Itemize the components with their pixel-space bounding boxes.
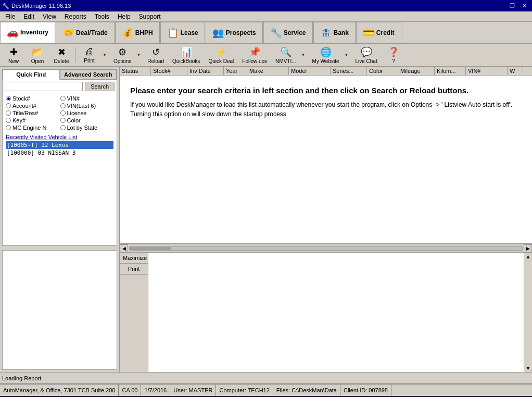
radio-account[interactable]: Account# <box>6 103 59 109</box>
my-website-button[interactable]: 🌐My Website <box>308 45 342 65</box>
nav-tab-bank[interactable]: 🏦Bank <box>313 22 356 43</box>
reload-label: Reload <box>147 58 164 64</box>
radio-label-key: Key# <box>12 117 26 123</box>
radio-label-title-ros: Title/Ros# <box>12 110 38 116</box>
radio-color[interactable]: Color <box>60 117 114 123</box>
radio-key[interactable]: Key# <box>6 117 59 123</box>
horizontal-scrollbar[interactable]: ◀ ▶ <box>120 244 532 252</box>
col-header-make[interactable]: Make <box>247 67 289 75</box>
right-panel: StatusStock#Inv DateYearMakeModelSeries.… <box>120 67 532 372</box>
print-button[interactable]: 🖨Print <box>78 45 100 65</box>
radio-title-ros[interactable]: Title/Ros# <box>6 110 59 116</box>
reload-icon: ↺ <box>152 46 160 58</box>
scroll-left-arrow[interactable]: ◀ <box>120 244 128 253</box>
col-header-model[interactable]: Model <box>289 67 331 75</box>
tab-label-credit: Credit <box>376 29 395 36</box>
open-button[interactable]: 📂Open <box>26 45 49 65</box>
open-label: Open <box>31 58 44 64</box>
menu-item-view[interactable]: View <box>39 12 60 21</box>
quick-deal-label: Quick Deal <box>208 58 234 64</box>
menu-bar: FileEditViewReportsToolsHelpSupport <box>0 11 532 22</box>
rv-item-10005-T[interactable]: [10005-T] 12 Lexus <box>6 141 113 149</box>
col-header-w[interactable]: W <box>508 67 523 75</box>
nmvtis-dropdown-arrow[interactable]: ▼ <box>299 45 308 65</box>
options-dropdown-arrow[interactable]: ▼ <box>134 45 143 65</box>
radio-dot-account <box>6 103 11 108</box>
nmvtis-button[interactable]: 🔍NMVTI... <box>272 45 299 65</box>
col-header-vin[interactable]: VIN# <box>466 67 508 75</box>
live-chat-button[interactable]: 💬Live Chat <box>351 45 381 65</box>
advanced-search-tab[interactable]: Advanced Search <box>60 69 117 80</box>
radio-vin-last6[interactable]: VIN(Last 6) <box>60 103 114 109</box>
follow-ups-button[interactable]: 📌Follow ups <box>238 45 271 65</box>
menu-item-tools[interactable]: Tools <box>91 12 113 21</box>
radio-stock[interactable]: Stock# <box>6 95 59 102</box>
search-input[interactable] <box>5 82 83 91</box>
nav-tabs: 🚗Inventory🤝Deal/Trade💰BHPH📋Lease👥Prospec… <box>0 22 532 44</box>
report-scroll-up[interactable]: ▲ <box>525 253 532 260</box>
tab-label-service: Service <box>284 29 306 36</box>
menu-item-file[interactable]: File <box>1 12 19 21</box>
tab-icon-inventory: 🚗 <box>7 27 18 38</box>
toolbar-divider-1 <box>75 47 75 63</box>
new-button[interactable]: ✚New <box>2 45 25 65</box>
maximize-button[interactable]: Maximize <box>120 253 148 264</box>
tab-icon-bank: 🏦 <box>320 27 332 39</box>
col-header-inv-date[interactable]: Inv Date <box>187 67 224 75</box>
nav-tab-deal-trade[interactable]: 🤝Deal/Trade <box>56 22 115 43</box>
help-button[interactable]: ❓? <box>382 45 405 65</box>
minimize-button[interactable]: ─ <box>495 3 505 9</box>
col-header-year[interactable]: Year <box>224 67 247 75</box>
recently-visited-label[interactable]: Recently Visited Vehicle List <box>6 134 113 140</box>
tab-icon-credit: 💳 <box>363 27 374 39</box>
col-header-color[interactable]: Color <box>367 67 398 75</box>
report-scroll-down[interactable]: ▼ <box>525 364 532 372</box>
menu-item-help[interactable]: Help <box>113 12 135 21</box>
col-header-mileage[interactable]: Mileage <box>398 67 435 75</box>
my-website-dropdown-arrow[interactable]: ▼ <box>343 45 351 65</box>
radio-vin[interactable]: VIN# <box>60 95 114 102</box>
scroll-track[interactable] <box>129 246 523 251</box>
radio-mc-engine[interactable]: MC Engine N <box>6 125 59 131</box>
tab-icon-service: 🔧 <box>270 27 282 39</box>
restore-button[interactable]: ❐ <box>506 3 518 9</box>
search-button[interactable]: Search <box>85 82 115 91</box>
follow-ups-label: Follow ups <box>242 58 267 64</box>
radio-lot-by-state[interactable]: Lot by State <box>60 125 114 131</box>
radio-license[interactable]: License <box>60 110 114 116</box>
nav-tab-inventory[interactable]: 🚗Inventory <box>0 22 55 43</box>
toolbar-group-nmvtis: 🔍NMVTI...▼ <box>272 45 307 65</box>
options-button[interactable]: ⚙Options <box>110 45 134 65</box>
report-scroll-right[interactable]: ▲ ▼ <box>524 253 532 372</box>
nav-tab-prospects[interactable]: 👥Prospects <box>206 22 263 43</box>
nav-tab-bhph[interactable]: 💰BHPH <box>115 22 160 43</box>
menu-item-edit[interactable]: Edit <box>19 12 39 21</box>
menu-item-reports[interactable]: Reports <box>60 12 91 21</box>
radio-label-vin: VIN# <box>67 95 80 102</box>
menu-item-support[interactable]: Support <box>135 12 165 21</box>
scroll-thumb[interactable] <box>130 247 171 250</box>
col-header-status[interactable]: Status <box>120 67 151 75</box>
delete-button[interactable]: ✖Delete <box>50 45 73 65</box>
quick-find-tab[interactable]: Quick Find <box>3 69 60 80</box>
nav-tab-service[interactable]: 🔧Service <box>263 22 313 43</box>
quick-deal-button[interactable]: ⚡Quick Deal <box>205 45 237 65</box>
scroll-right-arrow[interactable]: ▶ <box>524 244 532 253</box>
lower-left-panel <box>2 250 117 370</box>
col-header-series[interactable]: Series... <box>331 67 367 75</box>
col-header-stock[interactable]: Stock# <box>151 67 187 75</box>
reload-button[interactable]: ↺Reload <box>144 45 168 65</box>
rv-item-100000[interactable]: [100000] 03 NISSAN 3 <box>6 149 113 157</box>
quickbooks-button[interactable]: 📊QuickBooks <box>169 45 204 65</box>
print-report-button[interactable]: Print <box>120 264 148 275</box>
toolbar-group-print: 🖨Print▼ <box>78 45 109 65</box>
radio-dot-title-ros <box>6 110 11 116</box>
nmvtis-label: NMVTI... <box>275 58 296 64</box>
col-header-kilom[interactable]: Kilom... <box>435 67 466 75</box>
nav-tab-lease[interactable]: 📋Lease <box>160 22 205 43</box>
recently-visited: Recently Visited Vehicle List [10005-T] … <box>3 133 117 158</box>
close-button[interactable]: ✕ <box>519 3 530 9</box>
radio-label-lot-by-state: Lot by State <box>67 125 98 131</box>
nav-tab-credit[interactable]: 💳Credit <box>356 22 401 43</box>
print-dropdown-arrow[interactable]: ▼ <box>100 45 109 65</box>
